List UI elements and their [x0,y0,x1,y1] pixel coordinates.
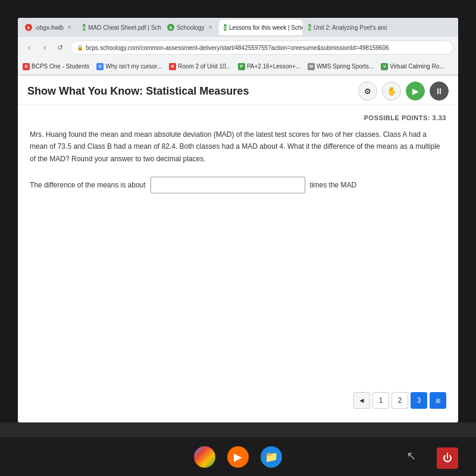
answer-input[interactable] [151,177,305,193]
taskbar-power-icon[interactable]: ⏻ [437,447,458,469]
taskbar-cursor-indicator: ↖ [406,449,416,463]
tab-label-5: Unit 2: Analyzing Poet's and P [314,24,387,31]
bookmark-label-pa: PA+2.16+Lesson+... [247,63,300,70]
pagination-prev[interactable]: ◄ [353,392,370,409]
bookmark-favicon-google: G [96,63,104,70]
tab-lessons[interactable]: S Lessons for this week | School ✕ [219,20,302,35]
bookmark-label-google: Why isn't my cursor... [105,63,162,70]
answer-row: The difference of the means is about tim… [30,177,446,193]
tab-mad[interactable]: S MAD Cheat Sheet.pdf | School ✕ [78,20,161,35]
taskbar: ▶ 📁 ↖ ⏻ [0,437,476,476]
answer-prefix: The difference of the means is about [30,181,146,189]
tab-close-1[interactable]: ✕ [67,24,72,30]
pause-button[interactable]: ⏸ [430,82,449,101]
pagination: ◄ 1 2 3 ⊞ [353,392,446,409]
pagination-page-3[interactable]: 3 [411,392,427,409]
tab-unit2[interactable]: S Unit 2: Analyzing Poet's and P ✕ [303,20,387,35]
bookmark-wms[interactable]: W WMS Spring Sports... [308,63,374,70]
bookmark-favicon-wms: W [308,63,315,70]
bookmark-favicon-calming: V [381,63,388,70]
nav-buttons: ‹ › ↺ [23,41,67,54]
tab-favicon-5: S [308,24,311,31]
bookmark-label-room2: Room 2 of Unit 10... [178,63,231,70]
bookmarks-bar: B BCPS One - Students G Why isn't my cur… [18,58,458,75]
taskbar-play-icon[interactable]: ▶ [227,446,249,468]
bookmark-label-calming: Virtual Calming Ro... [390,63,444,70]
browser-chrome: ● -obgx-hwib ✕ S MAD Cheat Sheet.pdf | S… [18,18,458,76]
right-bezel [458,18,476,422]
tab-close-3[interactable]: ✕ [208,24,213,30]
page-content: Show What You Know: Statistical Measures… [18,76,458,422]
tab-schoology[interactable]: S Schoology ✕ [162,20,218,35]
bookmark-favicon-pa: P [238,63,245,70]
bookmark-room2[interactable]: R Room 2 of Unit 10... [169,63,231,70]
url-box[interactable]: 🔒 bcps.schoology.com/common-assessment-d… [70,40,453,55]
bookmark-google[interactable]: G Why isn't my cursor... [96,63,162,70]
left-bezel [0,18,18,422]
tab-label-4: Lessons for this week | School [229,24,302,31]
tab-label-3: Schoology [177,24,205,31]
top-bezel [0,0,476,18]
bookmark-favicon-bcps: B [23,63,30,70]
taskbar-files-icon[interactable]: 📁 [261,446,282,468]
bookmark-pa[interactable]: P PA+2.16+Lesson+... [238,63,300,70]
points-badge: POSSIBLE POINTS: 3.33 [30,114,446,121]
bookmark-favicon-room2: R [169,63,176,70]
tab-obgx[interactable]: ● -obgx-hwib ✕ [20,20,77,35]
bookmark-bcps[interactable]: B BCPS One - Students [23,63,89,70]
tab-label-2: MAD Cheat Sheet.pdf | School [88,24,161,31]
pagination-grid[interactable]: ⊞ [430,392,446,409]
tab-favicon-2: S [83,24,86,31]
bookmark-calming[interactable]: V Virtual Calming Ro... [381,63,444,70]
back-button[interactable]: ‹ [23,41,36,54]
tab-bar: ● -obgx-hwib ✕ S MAD Cheat Sheet.pdf | S… [18,18,458,37]
pagination-page-1[interactable]: 1 [372,392,389,409]
address-bar: ‹ › ↺ 🔒 bcps.schoology.com/common-assess… [18,37,458,58]
bookmark-label-bcps: BCPS One - Students [32,63,89,70]
page-header: Show What You Know: Statistical Measures… [18,76,458,105]
browser-screen: ● -obgx-hwib ✕ S MAD Cheat Sheet.pdf | S… [18,18,458,422]
tab-favicon-4: S [224,24,227,31]
question-area: POSSIBLE POINTS: 3.33 Mrs. Huang found t… [18,105,458,203]
taskbar-chrome-icon[interactable] [194,446,215,468]
play-button[interactable]: ▶ [406,82,425,101]
answer-suffix: times the MAD [310,181,357,189]
question-text: Mrs. Huang found the mean and mean absol… [30,129,446,165]
lock-icon: 🔒 [77,45,83,51]
hand-button[interactable]: ✋ [382,82,401,101]
bottom-bezel [0,422,476,437]
pagination-page-2[interactable]: 2 [392,392,408,409]
forward-button[interactable]: › [38,41,51,54]
laptop-frame: ● -obgx-hwib ✕ S MAD Cheat Sheet.pdf | S… [0,0,476,476]
tab-label-1: -obgx-hwib [35,24,64,31]
tab-favicon-1: ● [25,24,32,31]
header-controls: ⚙ ✋ ▶ ⏸ [358,82,449,101]
bookmark-label-wms: WMS Spring Sports... [317,63,374,70]
tab-favicon-3: S [167,24,174,31]
page-title: Show What You Know: Statistical Measures [27,85,249,98]
settings-button[interactable]: ⚙ [358,82,377,101]
refresh-button[interactable]: ↺ [54,41,67,54]
url-text: bcps.schoology.com/common-assessment-del… [86,45,389,51]
